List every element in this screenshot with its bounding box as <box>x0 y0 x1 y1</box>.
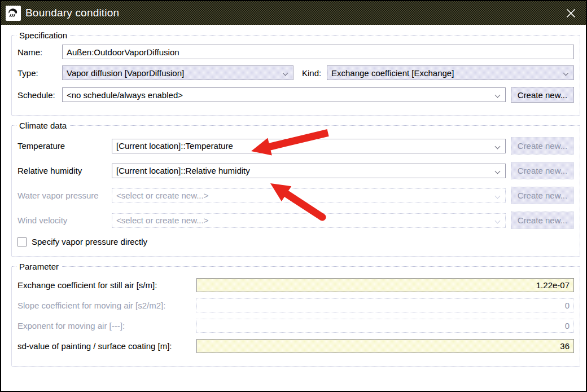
window-title: Boundary condition <box>25 7 562 19</box>
create-new-relative-humidity-button[interactable]: Create new... <box>511 162 574 179</box>
close-button[interactable] <box>562 5 579 21</box>
name-label: Name: <box>17 47 62 57</box>
specify-vapor-pressure-row: Specify vapor pressure directly <box>17 237 574 246</box>
app-icon <box>6 6 21 21</box>
specify-vapor-pressure-checkbox[interactable] <box>17 237 27 246</box>
chevron-down-icon <box>283 71 288 76</box>
chevron-down-icon <box>495 93 501 98</box>
exponent-value: 0 <box>565 321 570 331</box>
create-new-water-vapor-pressure-button[interactable]: Create new... <box>511 187 574 204</box>
exponent-row: Exponent for moving air [---]: 0 <box>17 319 574 333</box>
water-vapor-pressure-label: Water vapor pressure <box>17 191 112 200</box>
temperature-combobox-value: [Current location]::Temperature <box>116 141 233 151</box>
specify-vapor-pressure-label: Specify vapor pressure directly <box>32 237 147 246</box>
rain-cloud-icon <box>7 7 19 19</box>
slope-coefficient-row: Slope coefficient for moving air [s2/m2]… <box>17 298 574 312</box>
wind-velocity-row: Wind velocity <select or create new...> … <box>17 212 574 229</box>
slope-coefficient-value: 0 <box>565 301 570 310</box>
create-new-schedule-button[interactable]: Create new... <box>511 87 574 103</box>
parameter-group: Parameter Exchange coefficient for still… <box>11 266 580 367</box>
create-new-temperature-button[interactable]: Create new... <box>511 137 574 155</box>
create-new-wind-velocity-button[interactable]: Create new... <box>511 212 574 229</box>
schedule-combobox-value: <no schedule/always enabled> <box>67 90 183 100</box>
wind-velocity-label: Wind velocity <box>17 215 112 225</box>
wind-velocity-combobox-value: <select or create new...> <box>116 215 208 225</box>
kind-combobox[interactable]: Exchange coefficient [Exchange] <box>327 65 574 80</box>
parameter-group-title: Parameter <box>16 262 62 271</box>
chevron-down-icon <box>495 193 501 199</box>
schedule-row: Schedule: <no schedule/always enabled> C… <box>17 87 574 103</box>
name-input[interactable]: Außen:OutdoorVaporDiffusion <box>62 45 574 59</box>
specification-group: Specification Name: Außen:OutdoorVaporDi… <box>11 35 580 116</box>
dialog-body: Specification Name: Außen:OutdoorVaporDi… <box>1 25 586 367</box>
water-vapor-pressure-row: Water vapor pressure <select or create n… <box>17 187 574 204</box>
relative-humidity-row: Relative humidity [Current location]::Re… <box>17 162 574 179</box>
exponent-label: Exponent for moving air [---]: <box>17 321 196 331</box>
exchange-coefficient-label: Exchange coefficient for still air [s/m]… <box>17 280 196 290</box>
exchange-coefficient-value: 1.22e-07 <box>536 280 570 290</box>
sd-value-label: sd-value of painting / surface coating [… <box>17 341 196 351</box>
sd-value-row: sd-value of painting / surface coating [… <box>17 339 574 353</box>
wind-velocity-combobox: <select or create new...> <box>112 213 506 228</box>
climate-data-group-title: Climate data <box>16 121 69 130</box>
slope-coefficient-field: 0 <box>196 298 574 312</box>
specification-group-title: Specification <box>16 30 70 40</box>
chevron-down-icon <box>495 218 501 223</box>
exponent-field: 0 <box>196 319 574 333</box>
chevron-down-icon <box>495 143 501 149</box>
close-icon <box>566 8 576 19</box>
chevron-down-icon <box>563 71 569 76</box>
schedule-combobox[interactable]: <no schedule/always enabled> <box>62 87 506 102</box>
name-row: Name: Außen:OutdoorVaporDiffusion <box>17 45 574 59</box>
relative-humidity-combobox[interactable]: [Current location]::Relative humidity <box>112 164 506 178</box>
type-combobox[interactable]: Vapor diffusion [VaporDiffusion] <box>62 65 294 80</box>
name-input-value: Außen:OutdoorVaporDiffusion <box>67 47 179 57</box>
chevron-down-icon <box>495 168 501 174</box>
sd-value-field[interactable]: 36 <box>196 339 574 353</box>
temperature-row: Temperature [Current location]::Temperat… <box>17 137 574 155</box>
type-label: Type: <box>17 68 62 78</box>
water-vapor-pressure-combobox: <select or create new...> <box>112 188 506 203</box>
water-vapor-pressure-combobox-value: <select or create new...> <box>116 191 208 200</box>
schedule-label: Schedule: <box>17 90 62 100</box>
exchange-coefficient-field[interactable]: 1.22e-07 <box>196 278 574 292</box>
relative-humidity-label: Relative humidity <box>17 166 112 175</box>
sd-value-value: 36 <box>560 341 570 351</box>
climate-data-group: Climate data Temperature [Current locati… <box>11 125 580 257</box>
type-kind-row: Type: Vapor diffusion [VaporDiffusion] K… <box>17 65 574 80</box>
titlebar[interactable]: Boundary condition <box>1 1 586 25</box>
boundary-condition-dialog: Boundary condition Specification Name: A… <box>0 0 587 392</box>
relative-humidity-combobox-value: [Current location]::Relative humidity <box>116 166 250 175</box>
temperature-label: Temperature <box>17 141 112 151</box>
kind-label: Kind: <box>302 68 327 78</box>
temperature-combobox[interactable]: [Current location]::Temperature <box>112 139 506 153</box>
exchange-coefficient-row: Exchange coefficient for still air [s/m]… <box>17 278 574 292</box>
type-combobox-value: Vapor diffusion [VaporDiffusion] <box>67 68 184 78</box>
kind-combobox-value: Exchange coefficient [Exchange] <box>331 68 454 78</box>
slope-coefficient-label: Slope coefficient for moving air [s2/m2]… <box>17 301 196 310</box>
